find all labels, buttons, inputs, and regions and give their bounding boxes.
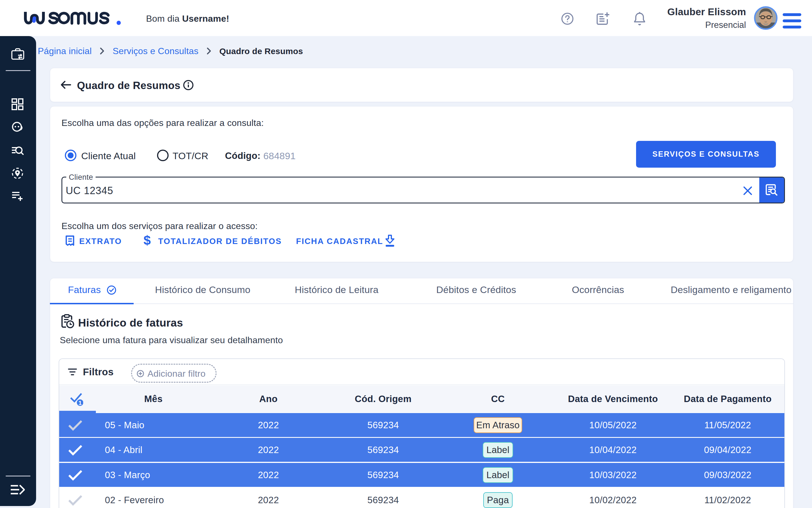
svg-text:1: 1 [78, 399, 82, 406]
